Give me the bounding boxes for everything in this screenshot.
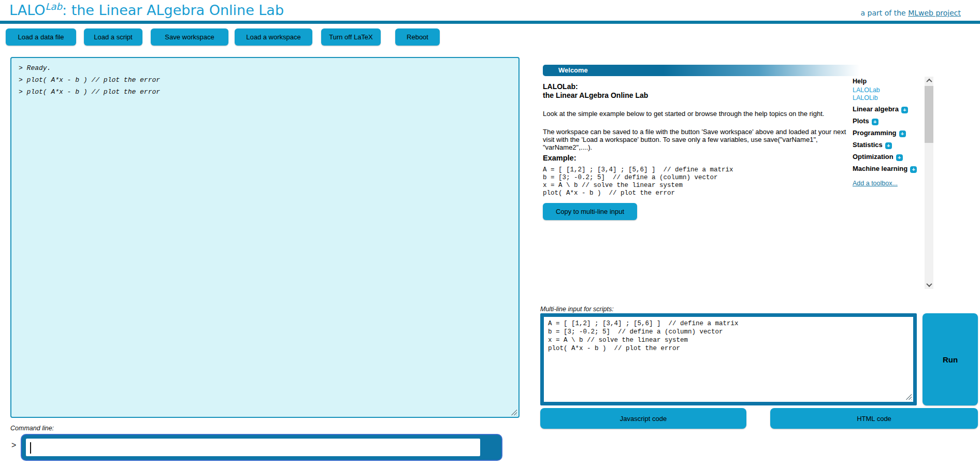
help-topic-label: Machine learning [853,165,907,172]
welcome-paragraph-2: The workspace can be saved to a file wit… [543,128,849,151]
help-topic-label: Linear algebra [853,105,899,113]
save-workspace-button[interactable]: Save workspace [151,28,228,46]
help-topic-label: Plots [853,117,869,125]
scroll-down-icon[interactable] [925,281,933,289]
help-topic-statistics[interactable]: Statistics+ [853,141,892,149]
welcome-heading-line2: the Linear ALgebra Online Lab [543,91,648,100]
load-script-button[interactable]: Load a script [84,28,142,46]
mlweb-credit-prefix: a part of the [861,9,909,17]
script-input-container: A = [ [1,2] ; [3,4] ; [5,6] ] // define … [540,313,917,405]
help-link-lalolab[interactable]: LALOLab [853,86,880,94]
help-topic-plots[interactable]: Plots+ [853,117,878,125]
example-label: Example: [543,154,576,162]
help-topic-label: Optimization [853,153,893,161]
help-topic-optimization[interactable]: Optimization+ [853,153,903,161]
javascript-code-button[interactable]: Javascript code [540,408,746,429]
expand-plus-icon[interactable]: + [910,166,917,173]
expand-plus-icon[interactable]: + [901,107,908,113]
load-data-file-button[interactable]: Load a data file [6,28,76,46]
page-title-main: LALO [9,2,45,18]
mlweb-credit: a part of the MLweb project [861,9,961,17]
help-link-lalolib[interactable]: LALOLib [853,94,878,101]
help-topic-label: Statistics [853,141,883,149]
help-topic-label: Programming [853,129,897,137]
help-scrollbar[interactable] [925,77,933,289]
run-button[interactable]: Run [923,313,978,405]
example-code-block: A = [ [1,2] ; [3,4] ; [5,6] ] // define … [543,166,733,197]
welcome-heading: LALOLab: the Linear ALgebra Online Lab [543,82,648,99]
page-title-rest: : the Linear ALgebra Online Lab [62,2,284,18]
console-output: > Ready. > plot( A*x - b ) // plot the e… [10,57,520,418]
page-title-superscript: Lab [45,1,62,12]
lalolab-app: LALOLab: the Linear ALgebra Online Lab a… [0,0,980,465]
copy-to-multiline-button[interactable]: Copy to multi-line input [543,203,637,220]
console-resize-handle-icon[interactable] [511,409,517,415]
welcome-paragraph-1: Look at the simple example below to get … [543,110,849,118]
console-line: > plot( A*x - b ) // plot the error [19,74,511,86]
expand-plus-icon[interactable]: + [885,142,892,149]
help-topic-programming[interactable]: Programming+ [853,129,906,137]
help-topic-linear-algebra[interactable]: Linear algebra+ [853,105,908,113]
help-title: Help [853,78,867,85]
command-line-label: Command line: [10,425,54,432]
console-line: > plot( A*x - b ) // plot the error [19,86,511,98]
page-title: LALOLab: the Linear ALgebra Online Lab [9,1,284,18]
reboot-button[interactable]: Reboot [395,28,440,46]
multiline-input-label: Multi-line input for scripts: [540,306,614,313]
scroll-up-icon[interactable] [925,77,933,85]
welcome-panel-header: Welcome [543,65,860,76]
text-caret [30,442,31,454]
command-input-container [21,434,502,461]
welcome-heading-line1: LALOLab: [543,82,648,91]
command-line-input[interactable] [26,439,480,456]
scrollbar-thumb[interactable] [925,86,933,143]
expand-plus-icon[interactable]: + [872,119,878,125]
multiline-script-textarea[interactable]: A = [ [1,2] ; [3,4] ; [5,6] ] // define … [540,313,917,405]
mlweb-project-link[interactable]: MLweb project [908,9,961,17]
expand-plus-icon[interactable]: + [899,130,906,137]
expand-plus-icon[interactable]: + [896,154,903,161]
console-line: > Ready. [19,62,511,74]
turn-off-latex-button[interactable]: Turn off LaTeX [321,28,381,46]
help-topic-machine-learning[interactable]: Machine learning+ [853,165,917,173]
load-workspace-button[interactable]: Load a workspace [235,28,312,46]
add-toolbox-link[interactable]: Add a toolbox... [853,180,898,187]
header-divider [0,21,980,24]
command-prompt: > [11,441,16,450]
html-code-button[interactable]: HTML code [770,408,978,429]
